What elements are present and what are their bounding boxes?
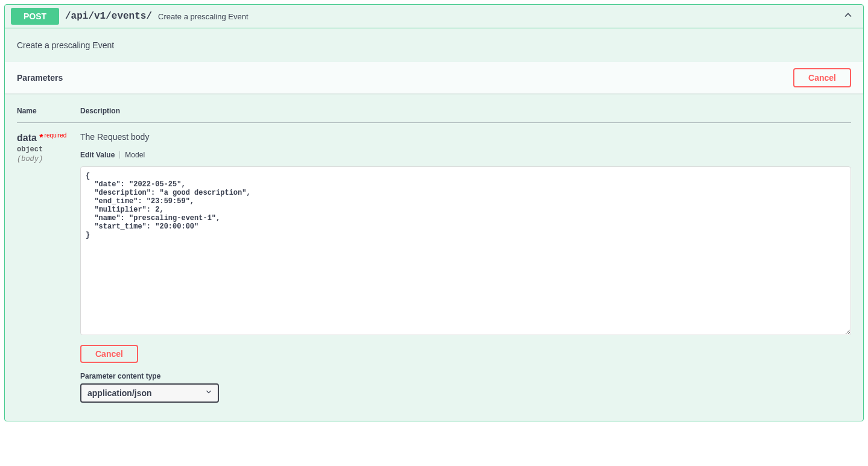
- required-asterisk: *: [39, 133, 43, 143]
- operation-summary-bar[interactable]: POST /api/v1/events/ Create a prescaling…: [5, 5, 863, 28]
- content-type-select[interactable]: application/json: [80, 383, 219, 403]
- parameter-in: (body): [17, 154, 80, 163]
- cancel-body-button[interactable]: Cancel: [80, 345, 138, 363]
- tab-model[interactable]: Model: [125, 151, 145, 159]
- parameters-container: Name Description data *required object (…: [5, 93, 863, 421]
- request-body-textarea[interactable]: [80, 166, 851, 335]
- parameters-title: Parameters: [17, 73, 63, 83]
- tab-edit-value[interactable]: Edit Value: [80, 151, 115, 159]
- required-label: required: [43, 132, 67, 139]
- column-header-description: Description: [80, 99, 851, 123]
- parameter-row: data *required object (body) The Request…: [17, 123, 851, 403]
- content-type-label: Parameter content type: [80, 372, 851, 380]
- parameters-section-header: Parameters Cancel: [5, 62, 863, 93]
- cancel-button[interactable]: Cancel: [793, 68, 851, 87]
- column-header-name: Name: [17, 99, 80, 123]
- parameter-name: data: [17, 133, 37, 143]
- operation-summary: Create a prescaling Event: [158, 12, 249, 21]
- parameter-description: The Request body: [80, 132, 851, 151]
- tab-divider: [119, 151, 120, 159]
- parameter-type: object: [17, 143, 80, 154]
- operation-body: Create a prescaling Event Parameters Can…: [5, 28, 863, 421]
- operation-path: /api/v1/events/: [59, 11, 158, 22]
- chevron-up-icon[interactable]: [842, 9, 854, 24]
- operation-description: Create a prescaling Event: [5, 28, 863, 62]
- parameters-table: Name Description data *required object (…: [17, 99, 851, 403]
- operation-block: POST /api/v1/events/ Create a prescaling…: [4, 4, 864, 421]
- http-method-badge: POST: [11, 8, 59, 25]
- value-model-tabs: Edit Value Model: [80, 151, 851, 166]
- content-type-wrapper: Parameter content type application/json: [80, 372, 851, 403]
